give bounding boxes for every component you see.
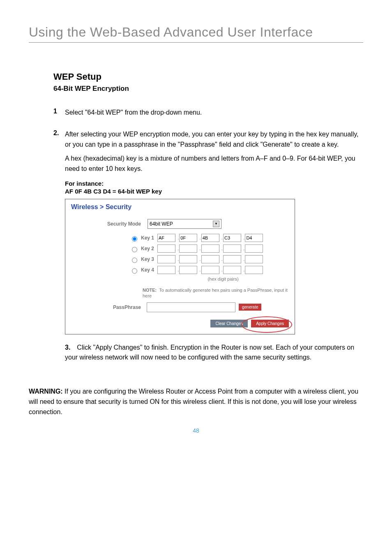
key4-field-5[interactable] bbox=[245, 266, 263, 274]
chevron-down-icon: ▼ bbox=[213, 221, 219, 227]
key4-field-2[interactable] bbox=[179, 266, 197, 274]
key2-field-2[interactable] bbox=[179, 244, 197, 253]
ss-breadcrumb: Wireless > Security bbox=[71, 203, 289, 211]
section-title: WEP Setup bbox=[53, 71, 363, 82]
key4-field-1[interactable] bbox=[157, 266, 175, 274]
key2-field-3[interactable] bbox=[201, 244, 219, 253]
step-3-text: Click "Apply Changes" to finish. Encrypt… bbox=[65, 344, 354, 361]
step-2-para2: A hex (hexadecimal) key is a mixture of … bbox=[65, 154, 363, 174]
key1-field-2[interactable] bbox=[179, 234, 197, 242]
passphrase-note: NOTE: To automatically generate hex pair… bbox=[143, 287, 289, 299]
key3-field-1[interactable] bbox=[157, 255, 175, 263]
key3-field-4[interactable] bbox=[223, 255, 241, 263]
wep-screenshot: Wireless > Security Security Mode 64bit … bbox=[65, 199, 295, 334]
for-instance-key: AF 0F 4B C3 D4 = 64-bit WEP key bbox=[65, 188, 363, 195]
security-mode-value: 64bit WEP bbox=[150, 221, 173, 227]
step-1-number: 1 bbox=[53, 108, 65, 118]
step-1: 1 Select "64-bit WEP" from the drop-down… bbox=[53, 108, 363, 118]
key3-field-3[interactable] bbox=[201, 255, 219, 263]
page-number: 48 bbox=[29, 427, 363, 434]
passphrase-label: PassPhrase bbox=[71, 304, 147, 310]
note-text: To automatically generate hex pairs usin… bbox=[143, 288, 288, 298]
note-label: NOTE: bbox=[143, 287, 157, 293]
key4-field-3[interactable] bbox=[201, 266, 219, 274]
step-2-number: 2. bbox=[53, 129, 65, 375]
key1-field-5[interactable] bbox=[245, 234, 263, 242]
page-title: Using the Web-Based Advanced User Interf… bbox=[29, 25, 363, 40]
step-3: 3.Click "Apply Changes" to finish. Encry… bbox=[65, 343, 363, 363]
key3-field-2[interactable] bbox=[179, 255, 197, 263]
security-mode-label: Security Mode bbox=[71, 221, 148, 227]
security-mode-select[interactable]: 64bit WEP ▼ bbox=[148, 219, 221, 229]
warning-label: WARNING: bbox=[29, 388, 63, 395]
key2-label: Key 2 bbox=[141, 246, 157, 251]
key2-radio[interactable] bbox=[132, 247, 137, 252]
key2-field-4[interactable] bbox=[223, 244, 241, 253]
warning-text: If you are configuring the Wireless Rout… bbox=[29, 388, 358, 415]
passphrase-input[interactable] bbox=[147, 302, 235, 312]
step-2-text: After selecting your WEP encryption mode… bbox=[65, 129, 363, 150]
key2-field-1[interactable] bbox=[157, 244, 175, 253]
key2-field-5[interactable] bbox=[245, 244, 263, 253]
key3-field-5[interactable] bbox=[245, 255, 263, 263]
key1-field-4[interactable] bbox=[223, 234, 241, 242]
key4-radio[interactable] bbox=[132, 268, 137, 274]
step-3-number: 3. bbox=[65, 344, 70, 351]
section-subtitle: 64-Bit WEP Encryption bbox=[53, 85, 363, 93]
key1-radio[interactable] bbox=[132, 236, 137, 242]
title-rule bbox=[29, 42, 363, 43]
step-1-text: Select "64-bit WEP" from the drop-down m… bbox=[65, 108, 202, 118]
for-instance-label: For instance: bbox=[65, 180, 363, 187]
key4-field-4[interactable] bbox=[223, 266, 241, 274]
clear-changes-button[interactable]: Clear Changes bbox=[210, 320, 248, 327]
key1-field-3[interactable] bbox=[201, 234, 219, 242]
hex-pairs-hint: (hex digit pairs) bbox=[157, 277, 289, 281]
key3-label: Key 3 bbox=[141, 256, 157, 262]
apply-changes-button[interactable]: Apply Changes bbox=[251, 320, 289, 327]
key4-label: Key 4 bbox=[141, 267, 157, 273]
key1-field-1[interactable] bbox=[157, 234, 175, 242]
step-2: 2. After selecting your WEP encryption m… bbox=[53, 129, 363, 375]
key1-label: Key 1 bbox=[141, 235, 157, 241]
key3-radio[interactable] bbox=[132, 258, 137, 263]
generate-button[interactable]: generate bbox=[239, 304, 261, 311]
warning-block: WARNING: If you are configuring the Wire… bbox=[29, 387, 363, 417]
